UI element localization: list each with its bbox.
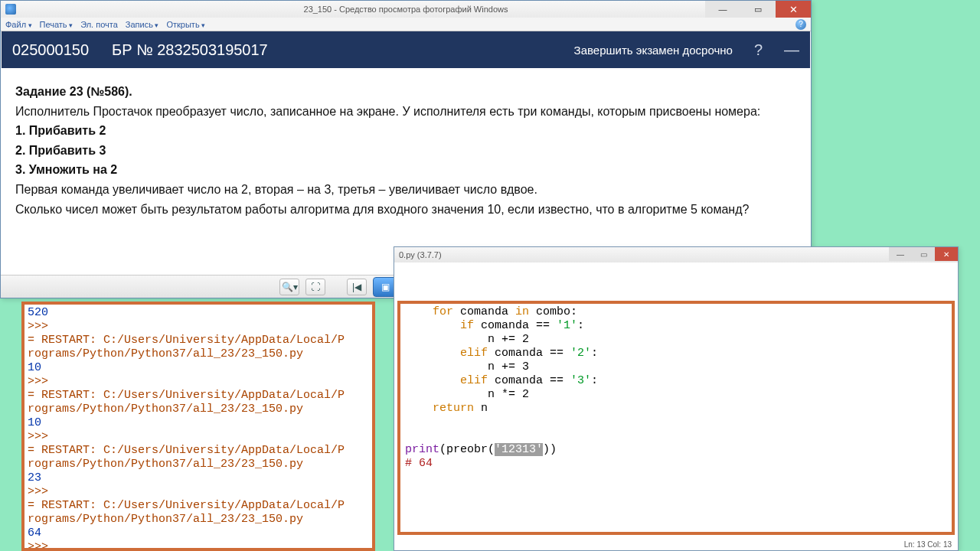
menu-print[interactable]: Печать	[40, 20, 74, 29]
idle-shell-window: 520 >>> = RESTART: C:/Users/University/A…	[21, 302, 375, 551]
menu-open[interactable]: Открыть	[166, 20, 205, 29]
shell-output[interactable]: 520 >>> = RESTART: C:/Users/University/A…	[24, 305, 372, 548]
prev-button[interactable]: |◀	[347, 279, 367, 295]
maximize-button[interactable]: ▭	[740, 1, 776, 18]
ed-maximize-button[interactable]: ▭	[912, 247, 935, 261]
task-p2: Первая команда увеличивает число на 2, в…	[15, 180, 796, 200]
menu-file[interactable]: Файл	[5, 20, 32, 29]
editor-window: 0.py (3.7.7) — ▭ ✕ for comanda in combo:…	[394, 246, 959, 551]
pv-menubar: Файл Печать Эл. почта Запись Открыть ?	[1, 18, 811, 31]
task-cmd1: 1. Прибавить 2	[15, 121, 796, 141]
menu-save[interactable]: Запись	[126, 20, 159, 29]
pv-app-icon	[5, 4, 16, 15]
menu-email[interactable]: Эл. почта	[80, 20, 118, 29]
exam-bar: 025000150 БР № 2832503195017 Завершить э…	[2, 31, 810, 68]
task-p3: Сколько чисел может быть результатом раб…	[15, 200, 796, 220]
task-cmd3: 3. Умножить на 2	[15, 160, 796, 180]
help-question[interactable]: ?	[754, 41, 763, 59]
exam-code1: 025000150	[12, 41, 89, 59]
task-heading: Задание 23 (№586).	[15, 82, 796, 102]
finish-exam-link[interactable]: Завершить экзамен досрочно	[574, 44, 733, 57]
window-buttons: — ▭ ✕	[705, 1, 811, 18]
task-body: Задание 23 (№586). Исполнитель Простачок…	[2, 68, 810, 233]
collapse-dash[interactable]: —	[784, 41, 799, 59]
pv-title-text: 23_150 - Средство просмотра фотографий W…	[304, 5, 508, 14]
task-cmd2: 2. Прибавить 3	[15, 141, 796, 161]
pv-content: 025000150 БР № 2832503195017 Завершить э…	[2, 31, 810, 275]
ed-close-button[interactable]: ✕	[935, 247, 958, 261]
task-p1: Исполнитель Простачок преобразует число,…	[15, 102, 796, 122]
editor-title-text: 0.py (3.7.7)	[399, 250, 442, 259]
minimize-button[interactable]: —	[705, 1, 740, 18]
editor-titlebar[interactable]: 0.py (3.7.7) — ▭ ✕	[394, 247, 958, 262]
close-button[interactable]: ✕	[776, 1, 811, 18]
pv-titlebar[interactable]: 23_150 - Средство просмотра фотографий W…	[1, 1, 811, 18]
editor-status: Ln: 13 Col: 13	[904, 540, 952, 549]
zoom-button[interactable]: 🔍▾	[279, 279, 299, 295]
fit-button[interactable]: ⛶	[305, 279, 325, 295]
editor-code-area[interactable]: for comanda in combo: if comanda == '1':…	[397, 301, 955, 535]
exam-code2: БР № 2832503195017	[112, 41, 268, 59]
ed-minimize-button[interactable]: —	[889, 247, 912, 261]
help-icon[interactable]: ?	[795, 19, 806, 30]
